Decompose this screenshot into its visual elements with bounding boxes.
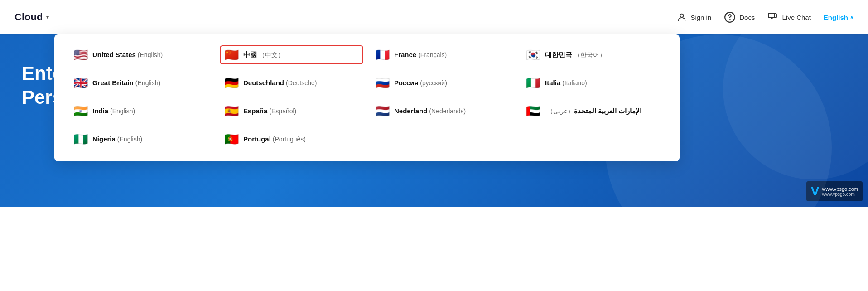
person-icon [677,12,687,22]
lang-name-text-nl: Nederland [394,107,427,115]
lang-native-us: (English) [138,51,163,58]
lang-item-pt[interactable]: 🇵🇹Portugal(Português) [220,130,363,149]
lang-name-de: Deutschland(Deutsche) [243,79,317,87]
docs-button[interactable]: Docs [724,11,755,23]
watermark-v: V [811,184,820,199]
lang-native-es: (Español) [269,107,296,115]
lang-item-ru[interactable]: 🇷🇺Россия(русский) [371,73,514,92]
lang-name-text-in: India [92,107,108,115]
lang-native-cn: （中文） [259,51,284,58]
lang-item-cn[interactable]: 🇨🇳中國（中文） [220,45,363,64]
flag-pt: 🇵🇹 [224,133,239,145]
lang-native-nl: (Nederlands) [429,107,466,115]
lang-item-nl[interactable]: 🇳🇱Nederland(Nederlands) [371,102,514,121]
lang-item-it[interactable]: 🇮🇹Italia(Italiano) [521,73,665,92]
logo-chevron-icon: ▾ [46,14,49,20]
language-menu: 🇺🇸United States(English)🇨🇳中國（中文）🇫🇷France… [54,34,680,161]
lang-name-fr: France(Français) [394,51,447,59]
flag-de: 🇩🇪 [224,77,239,89]
lang-name-text-cn: 中國 [243,51,257,58]
language-label: English [824,14,848,21]
flag-ng: 🇳🇬 [73,133,88,145]
flag-es: 🇪🇸 [224,105,239,117]
lang-native-in: (English) [110,107,135,115]
lang-name-es: España(Español) [243,107,296,115]
watermark: V www.vpsgo.com www.vpsgo.com [806,181,863,201]
lang-item-es[interactable]: 🇪🇸España(Español) [220,102,363,121]
lang-native-it: (Italiano) [562,79,587,87]
lang-item-fr[interactable]: 🇫🇷France(Français) [371,45,514,64]
lang-name-it: Italia(Italiano) [545,79,587,87]
flag-nl: 🇳🇱 [375,105,390,117]
lang-native-pt: (Português) [273,136,306,143]
language-dropdown: 🇺🇸United States(English)🇨🇳中國（中文）🇫🇷France… [0,34,868,161]
lang-name-ng: Nigeria(English) [92,135,142,143]
signin-button[interactable]: Sign in [677,12,711,22]
signin-label: Sign in [690,14,711,21]
livechat-button[interactable]: Live Chat [767,12,810,23]
watermark-url-text: www.vpsgo.com [822,186,858,192]
lang-item-us[interactable]: 🇺🇸United States(English) [69,45,212,64]
lang-name-text-de: Deutschland [243,79,284,87]
lang-native-ru: (русский) [420,79,447,87]
lang-item-ng[interactable]: 🇳🇬Nigeria(English) [69,130,212,149]
lang-native-de: (Deutsche) [286,79,317,87]
lang-item-ae[interactable]: 🇦🇪الإمارات العربية المتحدة（عربى） [521,102,665,121]
docs-icon [724,11,736,23]
lang-name-in: India(English) [92,107,135,115]
flag-us: 🇺🇸 [73,49,88,61]
lang-name-text-ru: Россия [394,79,418,87]
lang-item-kr[interactable]: 🇰🇷대한민국（한국어） [521,45,665,64]
lang-native-kr: （한국어） [574,51,606,58]
flag-ae: 🇦🇪 [526,105,540,117]
lang-item-gb[interactable]: 🇬🇧Great Britain(English) [69,73,212,92]
flag-cn: 🇨🇳 [224,49,239,61]
lang-item-in[interactable]: 🇮🇳India(English) [69,102,212,121]
lang-name-text-kr: 대한민국 [545,51,572,58]
lang-name-text-es: España [243,107,267,115]
lang-native-fr: (Français) [418,51,447,58]
lang-name-text-gb: Great Britain [92,79,134,87]
chat-icon [767,12,778,23]
header-actions: Sign in Docs Live Chat English ∧ [677,11,854,23]
lang-native-ng: (English) [117,136,142,143]
svg-point-0 [680,14,684,17]
lang-native-gb: (English) [135,79,160,87]
flag-it: 🇮🇹 [526,77,540,89]
lang-item-de[interactable]: 🇩🇪Deutschland(Deutsche) [220,73,363,92]
docs-label: Docs [739,14,755,21]
lang-name-kr: 대한민국（한국어） [545,51,606,59]
lang-native-ae: （عربى） [547,107,574,115]
header: Cloud ▾ Sign in Docs Live Chat English [0,0,868,34]
livechat-label: Live Chat [782,14,810,21]
lang-name-text-it: Italia [545,79,560,87]
flag-in: 🇮🇳 [73,105,88,117]
lang-name-text-fr: France [394,51,416,58]
chevron-up-icon: ∧ [850,15,854,20]
watermark-url2: www.vpsgo.com [822,192,858,197]
logo-text: Cloud [14,11,43,23]
lang-name-text-pt: Portugal [243,135,271,143]
language-selector[interactable]: English ∧ [824,14,854,21]
svg-point-2 [730,19,730,20]
lang-name-text-ae: الإمارات العربية المتحدة [574,107,641,115]
lang-name-ru: Россия(русский) [394,79,447,87]
lang-name-cn: 中國（中文） [243,51,284,59]
language-grid: 🇺🇸United States(English)🇨🇳中國（中文）🇫🇷France… [69,45,665,149]
flag-gb: 🇬🇧 [73,77,88,89]
lang-name-pt: Portugal(Português) [243,135,306,143]
flag-kr: 🇰🇷 [526,49,540,61]
flag-ru: 🇷🇺 [375,77,390,89]
lang-name-text-ng: Nigeria [92,135,116,143]
flag-fr: 🇫🇷 [375,49,390,61]
lang-name-us: United States(English) [92,51,163,59]
lang-name-ae: الإمارات العربية المتحدة（عربى） [545,107,641,116]
lang-name-nl: Nederland(Nederlands) [394,107,466,115]
watermark-url: www.vpsgo.com www.vpsgo.com [822,186,858,197]
lang-name-gb: Great Britain(English) [92,79,160,87]
logo-area[interactable]: Cloud ▾ [14,11,49,23]
lang-name-text-us: United States [92,51,136,58]
